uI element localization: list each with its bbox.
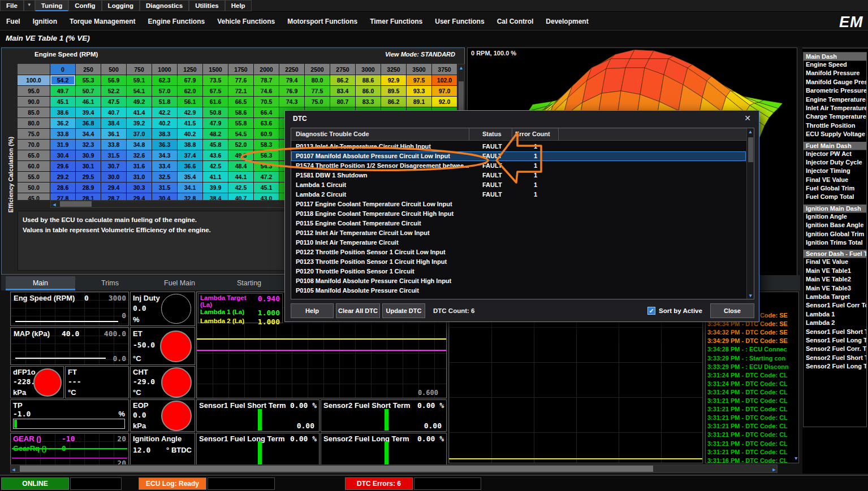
ve-cell[interactable]: 63.6 (254, 118, 279, 129)
ve-cell[interactable]: 67.5 (203, 86, 228, 97)
col-header-2000[interactable]: 2000 (254, 64, 279, 75)
ve-cell[interactable]: 72.1 (228, 86, 254, 97)
sidebar-item-lambda-2[interactable]: Lambda 2 (804, 319, 866, 328)
sidebar-item-final-ve-value[interactable]: Final VE Value (804, 176, 866, 185)
ve-cell[interactable]: 31.0 (127, 172, 152, 183)
ve-cell[interactable]: 54.5 (228, 129, 254, 140)
column-header-error-count[interactable]: Error Count (515, 131, 550, 137)
col-header-2500[interactable]: 2500 (305, 64, 330, 75)
ve-cell[interactable]: 29.4 (101, 183, 127, 193)
dtc-row[interactable]: P0107 Manifold Absolute Pressure Circuit… (291, 151, 746, 161)
ve-cell[interactable]: 58.6 (228, 107, 254, 118)
sidebar-item-manifold-pressure[interactable]: Manifold Pressure (804, 69, 866, 78)
scroll-thumb[interactable] (60, 201, 92, 207)
ve-cell[interactable]: 33.8 (50, 129, 76, 140)
sidebar-item-charge-temperature[interactable]: Charge Temperature (804, 113, 866, 121)
scroll-down-icon[interactable]: ▾ (794, 455, 797, 462)
sidebar-item-sensor1-fuel-corr-tot[interactable]: Sensor1 Fuel Corr Tot (804, 302, 866, 310)
scroll-down-icon[interactable]: ▾ (749, 292, 752, 299)
col-header-1750[interactable]: 1750 (228, 64, 254, 75)
sidebar-item-fuel-global-trim[interactable]: Fuel Global Trim (804, 185, 866, 193)
ve-cell[interactable]: 36.1 (101, 129, 127, 140)
sidebar-item-ignition-angle[interactable]: Ignition Angle (804, 213, 866, 221)
col-header-2250[interactable]: 2250 (279, 64, 305, 75)
sidebar-item-barometric-pressure[interactable]: Barometric Pressure (804, 87, 866, 95)
dtc-row[interactable]: P0122 Throttle Position Sensor 1 Circuit… (291, 247, 746, 257)
ve-cell[interactable]: 41.5 (178, 118, 203, 129)
ve-cell[interactable]: 32.3 (76, 140, 101, 150)
ve-cell[interactable]: 31.9 (50, 140, 76, 150)
col-header-3500[interactable]: 3500 (407, 64, 432, 75)
ve-cell[interactable]: 31.6 (127, 161, 152, 172)
ve-cell[interactable]: 30.4 (152, 193, 178, 200)
scroll-left-icon[interactable]: ◂ (12, 466, 15, 473)
ve-cell[interactable]: 48.2 (203, 129, 228, 140)
ve-cell[interactable]: 32.8 (178, 193, 203, 200)
sidebar-item-main-ve-table2[interactable]: Main VE Table2 (804, 276, 866, 284)
ve-cell[interactable]: 29.4 (127, 193, 152, 200)
ve-cell[interactable]: 36.3 (152, 140, 178, 150)
function-menu-timer-functions[interactable]: Timer Functions (364, 18, 429, 25)
row-header-75.0[interactable]: 75.0 (18, 129, 50, 140)
dtc-row[interactable]: P0112 Inlet Air Temperature Circuit Low … (291, 228, 746, 238)
tab-starting[interactable]: Starting (214, 276, 284, 290)
dtc-row[interactable]: Lambda 2 CircuitFAULT1 (291, 190, 746, 199)
ve-cell[interactable]: 33.4 (152, 161, 178, 172)
ve-cell[interactable]: 56.9 (101, 75, 127, 86)
ve-cell[interactable]: 66.5 (228, 97, 254, 107)
tab-main[interactable]: Main (6, 276, 75, 290)
ve-cell[interactable]: 28.1 (76, 193, 101, 200)
sidebar-item-ignition-global-trim[interactable]: Ignition Global Trim (804, 231, 866, 239)
menu-item-config[interactable]: Config (68, 0, 101, 11)
sidebar-item-fuel-comp-total[interactable]: Fuel Comp Total (804, 193, 866, 202)
ve-cell[interactable]: 29.5 (76, 172, 101, 183)
ve-cell[interactable]: 61.6 (203, 97, 228, 107)
dtc-row[interactable]: Lambda 1 CircuitFAULT1 (291, 180, 746, 190)
close-button[interactable]: Close (710, 303, 754, 318)
ve-cell[interactable]: 30.3 (127, 183, 152, 193)
ve-cell[interactable]: 42.5 (228, 183, 254, 193)
scroll-right-icon[interactable]: ▸ (772, 466, 775, 473)
scroll-thumb[interactable] (20, 466, 653, 472)
ve-cell[interactable]: 42.9 (178, 107, 203, 118)
col-header-750[interactable]: 750 (127, 64, 152, 75)
ve-cell[interactable]: 27.8 (50, 193, 76, 200)
ve-cell[interactable]: 40.2 (152, 118, 178, 129)
clear-all-dtc-button[interactable]: Clear All DTC (336, 303, 380, 318)
ve-cell[interactable]: 86.2 (381, 97, 407, 107)
scroll-up-icon[interactable]: ▴ (747, 128, 754, 135)
ve-cell[interactable]: 28.7 (101, 193, 127, 200)
ve-cell[interactable]: 40.7 (228, 193, 254, 200)
ve-cell[interactable]: 40.7 (101, 107, 127, 118)
dtc-row[interactable]: P0118 Engine Coolant Temperature Circuit… (291, 209, 746, 219)
sidebar-item-throttle-position[interactable]: Throttle Position (804, 122, 866, 131)
ve-cell[interactable]: 29.2 (50, 172, 76, 183)
ve-cell[interactable]: 76.9 (279, 86, 305, 97)
ve-cell[interactable]: 50.8 (203, 107, 228, 118)
ve-cell[interactable]: 30.7 (101, 161, 127, 172)
ve-cell[interactable]: 74.3 (279, 97, 305, 107)
ve-cell[interactable]: 33.8 (101, 140, 127, 150)
sidebar-item-injector-duty-cycle[interactable]: Injector Duty Cycle (804, 159, 866, 167)
ve-cell[interactable]: 58.3 (254, 140, 279, 150)
update-dtc-button[interactable]: Update DTC (382, 303, 425, 318)
ve-cell[interactable]: 89.1 (407, 97, 432, 107)
ve-cell[interactable]: 55.3 (76, 75, 101, 86)
ve-cell[interactable]: 38.8 (178, 140, 203, 150)
ve-cell[interactable]: 45.8 (203, 140, 228, 150)
column-header-status[interactable]: Status (482, 131, 502, 137)
sidebar-item-injector-pw-act[interactable]: Injector PW Act (804, 150, 866, 159)
ve-cell[interactable]: 41.1 (203, 172, 228, 183)
sidebar-item-lambda-target[interactable]: Lambda Target (804, 293, 866, 302)
ve-cell[interactable]: 88.6 (356, 75, 381, 86)
ve-cell[interactable]: 74.6 (254, 86, 279, 97)
ve-cell[interactable]: 44.1 (228, 172, 254, 183)
ve-cell[interactable]: 102.0 (432, 75, 457, 86)
sidebar-item-final-ve-value[interactable]: Final VE Value (804, 258, 866, 267)
ve-cell[interactable]: 28.9 (76, 183, 101, 193)
ve-cell[interactable]: 40.2 (178, 129, 203, 140)
ve-cell[interactable]: 51.8 (152, 97, 178, 107)
ve-cell[interactable]: 42.5 (203, 161, 228, 172)
ve-cell[interactable]: 37.0 (127, 129, 152, 140)
sort-by-active-checkbox[interactable]: ✓ (647, 307, 655, 315)
